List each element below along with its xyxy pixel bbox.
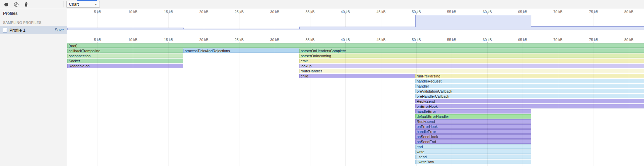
flame-bar[interactable]: parserOnHeadersComplete: [299, 48, 644, 53]
record-icon: [4, 3, 8, 6]
flame-row: defaultErrorHandler: [67, 114, 644, 119]
flame-row: handleError: [67, 129, 644, 134]
flame-bar[interactable]: handleError: [415, 109, 531, 113]
flame-row: callbackTrampolineprocessTicksAndRejecti…: [67, 48, 644, 53]
trash-icon: [24, 2, 28, 7]
flame-bar[interactable]: runPreParsing: [415, 74, 644, 78]
flame-bar[interactable]: preValidationCallback: [415, 89, 644, 93]
ruler-tick-label: 60 kB: [483, 38, 492, 42]
flame-row: Reply.send: [67, 99, 644, 104]
flame-row: handleRequest: [67, 78, 644, 84]
ruler-tick-label: 65 kB: [518, 38, 527, 42]
ruler-tick-label: 80 kB: [624, 10, 634, 14]
view-mode-select[interactable]: Chart ▼: [66, 1, 100, 8]
flame-bar[interactable]: processTicksAndRejections: [183, 48, 299, 53]
sampling-profiles-header: SAMPLING PROFILES: [0, 18, 67, 26]
flame-bar[interactable]: onErrorHook: [415, 104, 644, 108]
flame-bar[interactable]: emit: [299, 59, 644, 63]
flame-bar[interactable]: parserOnIncoming: [299, 54, 644, 58]
flame-bar[interactable]: onSendHook: [415, 134, 531, 139]
sidebar-item-profiles[interactable]: Profiles: [0, 9, 67, 18]
flame-row: childrunPreParsing: [67, 73, 644, 78]
ruler-tick-label: 60 kB: [483, 10, 492, 14]
flame-bar[interactable]: preHandlerCallback: [415, 94, 644, 98]
ruler-tick-label: 30 kB: [270, 38, 279, 42]
flame-bar[interactable]: handleRequest: [415, 79, 644, 83]
flame-rows: (root)callbackTrampolineprocessTicksAndR…: [67, 43, 644, 166]
ruler-tick-label: 10 kB: [128, 38, 138, 42]
ruler-tick-label: 65 kB: [518, 10, 527, 14]
ruler-tick-label: 55 kB: [447, 10, 456, 14]
sidebar: Profiles SAMPLING PROFILES Profile 1 Sav…: [0, 9, 67, 166]
flame-row: preHandlerCallback: [67, 94, 644, 99]
chart-area: 5 kB10 kB15 kB20 kB25 kB30 kB35 kB40 kB4…: [67, 9, 644, 166]
flame-row: onSendHook: [67, 134, 644, 139]
flame-bar[interactable]: Reply.send: [415, 119, 531, 124]
flame-row: onErrorHook: [67, 124, 644, 129]
overview-pane: 5 kB10 kB15 kB20 kB25 kB30 kB35 kB40 kB4…: [67, 9, 644, 30]
flame-bar[interactable]: write_: [415, 150, 531, 154]
flame-bar[interactable]: handleError: [415, 129, 531, 134]
overview-graph[interactable]: [67, 14, 644, 30]
flame-bar[interactable]: routeHandler: [299, 69, 644, 73]
toolbar: Chart ▼: [0, 0, 644, 9]
flame-row: Reply.send: [67, 119, 644, 124]
flame-bar[interactable]: callbackTrampoline: [67, 48, 183, 53]
clear-profiles-button[interactable]: [12, 0, 21, 8]
ruler-tick-label: 75 kB: [589, 38, 598, 42]
ruler-tick-label: 35 kB: [306, 10, 315, 14]
ruler-tick-label: 70 kB: [554, 38, 563, 42]
ruler-tick-label: 5 kB: [94, 10, 101, 14]
flame-bar[interactable]: (root): [67, 43, 644, 48]
ruler-tick-label: 25 kB: [235, 10, 244, 14]
flame-row: onErrorHook: [67, 104, 644, 109]
ruler-tick-label: 70 kB: [554, 10, 563, 14]
flame-bar[interactable]: handler: [415, 84, 644, 88]
flame-bar[interactable]: onErrorHook: [415, 124, 531, 129]
sidebar-item-profile-1[interactable]: Profile 1 Save: [0, 26, 67, 34]
flame-bar[interactable]: _send: [415, 155, 531, 159]
delete-profile-button[interactable]: [22, 0, 31, 8]
ruler-tick-label: 50 kB: [412, 38, 421, 42]
clear-icon: [14, 2, 18, 7]
record-button[interactable]: [2, 0, 10, 8]
flame-row: handler: [67, 84, 644, 89]
ruler-tick-label: 50 kB: [412, 10, 421, 14]
flame-row: end: [67, 144, 644, 149]
flame-bar[interactable]: Reply.send: [415, 99, 644, 103]
ruler-tick-label: 20 kB: [199, 10, 209, 14]
flame-bar[interactable]: Socket: [67, 59, 183, 63]
active-tab-indicator: [77, 0, 97, 1]
ruler-tick-label: 40 kB: [341, 38, 350, 42]
flame-row: write_: [67, 149, 644, 154]
flame-row: _send: [67, 154, 644, 159]
flame-bar[interactable]: onSendEnd: [415, 139, 531, 144]
ruler-tick-label: 30 kB: [270, 10, 279, 14]
ruler-tick-label: 40 kB: [341, 10, 350, 14]
flame-bar[interactable]: child: [299, 74, 415, 78]
ruler-tick-label: 80 kB: [624, 38, 634, 42]
flame-row: Socketemit: [67, 58, 644, 63]
flame-row: onconnectionparserOnIncoming: [67, 53, 644, 58]
profile-icon: [3, 28, 7, 33]
ruler-tick-label: 20 kB: [199, 38, 209, 42]
ruler-tick-label: 35 kB: [306, 38, 315, 42]
flame-bar[interactable]: _writeRaw: [415, 160, 531, 164]
flame-ruler: 5 kB10 kB15 kB20 kB25 kB30 kB35 kB40 kB4…: [67, 37, 644, 43]
ruler-tick-label: 75 kB: [589, 10, 598, 14]
ruler-tick-label: 45 kB: [377, 10, 386, 14]
overview-ruler: 5 kB10 kB15 kB20 kB25 kB30 kB35 kB40 kB4…: [67, 9, 644, 14]
ruler-tick-label: 55 kB: [447, 38, 456, 42]
flame-row: routeHandler: [67, 68, 644, 73]
flame-row: onSendEnd: [67, 139, 644, 144]
flame-bar[interactable]: defaultErrorHandler: [415, 114, 531, 119]
flame-row: handleError: [67, 109, 644, 114]
flame-bar[interactable]: Readable.on: [67, 64, 183, 68]
flame-bar[interactable]: onconnection: [67, 54, 183, 58]
flame-bar[interactable]: lookup: [299, 64, 644, 68]
flame-bar[interactable]: end: [415, 144, 531, 149]
flame-row: (root): [67, 43, 644, 48]
ruler-tick-label: 25 kB: [235, 38, 244, 42]
memory-profiler-panel: Chart ▼ Profiles SAMPLING PROFILES Profi…: [0, 0, 644, 166]
save-profile-link[interactable]: Save: [55, 28, 64, 32]
